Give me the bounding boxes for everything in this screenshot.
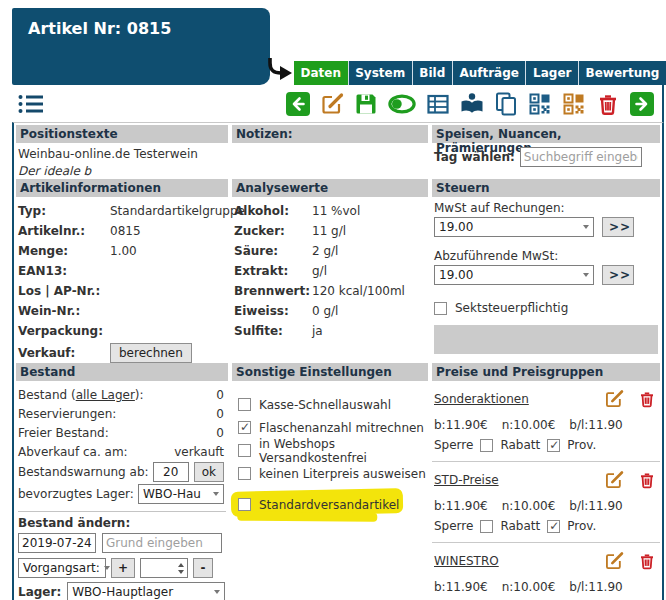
- back-button[interactable]: [286, 92, 310, 116]
- stepper-up-icon[interactable]: [178, 563, 184, 567]
- tab-bewertung[interactable]: Bewertung: [579, 61, 666, 85]
- abzufuehrende-apply-button[interactable]: >>: [602, 265, 634, 285]
- vorgangsart-select[interactable]: Vorgangsart:: [18, 558, 106, 578]
- ok-button[interactable]: ok: [194, 462, 224, 482]
- literpreis: b/l:11.90: [569, 580, 622, 594]
- mwst-rechnungen-select[interactable]: 19.00: [434, 217, 594, 237]
- table-button[interactable]: [426, 92, 450, 116]
- tab-lager[interactable]: Lager: [526, 61, 579, 85]
- plus-button[interactable]: +: [111, 558, 135, 578]
- delete-price-button[interactable]: [638, 552, 656, 570]
- qr-code-alt-button[interactable]: [562, 92, 586, 116]
- minus-button[interactable]: -: [193, 558, 213, 578]
- section-speisen-nuancen: Speisen, Nuancen, Prämierungen: [432, 125, 660, 143]
- page-title: Artikel Nr: 0815: [12, 8, 270, 38]
- standardversandartikel-checkbox[interactable]: [238, 498, 251, 511]
- edit-button[interactable]: [320, 92, 344, 116]
- curved-arrow-icon: [267, 57, 293, 81]
- netto-price: n:10.00€: [502, 499, 556, 513]
- section-analysewerte: Analysewerte: [232, 179, 428, 197]
- brutto-price: b:11.90€: [434, 499, 488, 513]
- bestand-row: Abverkauf ca. am:verkauft: [16, 442, 228, 461]
- delete-price-button[interactable]: [638, 390, 656, 408]
- copy-button[interactable]: [494, 92, 518, 116]
- analyse-row: Extrakt:g/l: [232, 261, 428, 281]
- checkbox-row: in Webshops Versandkostenfrei: [232, 439, 428, 462]
- bestandswarnung-input[interactable]: [153, 462, 189, 482]
- mwst-rechnungen-label: MwSt auf Rechungen:: [434, 201, 660, 215]
- toggle-button[interactable]: [388, 92, 416, 116]
- divider: [432, 542, 660, 543]
- rabatt-checkbox[interactable]: [547, 439, 560, 452]
- checkbox-row: Kasse-Schnellauswahl: [232, 393, 428, 416]
- analyse-row: Brennwert:120 kcal/100ml: [232, 281, 428, 301]
- stepper-down-icon[interactable]: [178, 570, 184, 574]
- section-positionstexte: Positionstexte: [16, 125, 228, 143]
- delete-button[interactable]: [596, 92, 620, 116]
- delete-price-button[interactable]: [638, 471, 656, 489]
- qr-code-button[interactable]: [528, 92, 552, 116]
- section-sonstige-einstellungen: Sonstige Einstellungen: [232, 363, 428, 381]
- brutto-price: b:11.90€: [434, 418, 488, 432]
- date-input[interactable]: [18, 533, 96, 553]
- bevorzugtes-lager-row: bevorzugtes Lager: WBO-Hau: [16, 483, 228, 505]
- rabatt-checkbox[interactable]: [547, 520, 560, 533]
- edit-price-button[interactable]: [604, 551, 624, 571]
- edit-price-button[interactable]: [604, 389, 624, 409]
- save-button[interactable]: [354, 92, 378, 116]
- tab-system[interactable]: System: [349, 61, 413, 85]
- grund-input[interactable]: [102, 533, 222, 553]
- info-row: EAN13:: [16, 261, 228, 281]
- info-row: Menge:1.00: [16, 241, 228, 261]
- article-detail-page: Artikel Nr: 0815 Daten System Bild Auftr…: [0, 0, 666, 600]
- section-notizen: Notizen:: [232, 125, 428, 143]
- qr-blue-icon: [528, 92, 552, 116]
- price-group-link[interactable]: WINESTRO: [434, 554, 499, 568]
- chevron-down-icon: [583, 225, 589, 229]
- tab-bar: Daten System Bild Aufträge Lager Bewertu…: [294, 61, 666, 85]
- section-bestand: Bestand: [16, 363, 228, 381]
- qr-orange-icon: [562, 92, 586, 116]
- trash-icon: [638, 552, 656, 570]
- bestand-aendern-title: Bestand ändern:: [18, 516, 228, 530]
- berechnen-button[interactable]: berechnen: [110, 343, 192, 363]
- netto-price: n:10.00€: [502, 580, 556, 594]
- flaschenanzahl-checkbox[interactable]: [238, 421, 251, 434]
- trash-icon: [638, 390, 656, 408]
- analyse-row: Zucker:11 g/l: [232, 221, 428, 241]
- list-icon[interactable]: [18, 92, 44, 116]
- info-row: Verpackung:: [16, 321, 228, 341]
- info-row: Los | AP-Nr.:: [16, 281, 228, 301]
- checkbox-row: keinen Literpreis ausweisen: [232, 462, 428, 485]
- forward-button[interactable]: [630, 92, 654, 116]
- reader-icon: [460, 92, 484, 116]
- tab-bild[interactable]: Bild: [413, 61, 453, 85]
- edit-price-button[interactable]: [604, 470, 624, 490]
- section-artikelinformationen: Artikelinformationen: [16, 179, 228, 197]
- tab-daten[interactable]: Daten: [294, 61, 349, 85]
- chevron-down-icon: [583, 273, 589, 277]
- sektsteuer-checkbox[interactable]: [434, 302, 447, 315]
- bevorzugtes-lager-select[interactable]: WBO-Hau: [138, 484, 224, 504]
- info-row: Wein-Nr.:: [16, 301, 228, 321]
- abzufuehrende-mwst-label: Abzuführende MwSt:: [434, 249, 660, 263]
- price-group-link[interactable]: STD-Preise: [434, 473, 499, 487]
- mwst-apply-button[interactable]: >>: [602, 217, 634, 237]
- abzufuehrende-mwst-select[interactable]: 19.00: [434, 265, 594, 285]
- tag-search-input[interactable]: [520, 147, 642, 167]
- quantity-stepper[interactable]: [140, 558, 188, 578]
- analyse-row: Alkohol:11 %vol: [232, 201, 428, 221]
- tab-auftraege[interactable]: Aufträge: [453, 61, 527, 85]
- lager-select[interactable]: WBO-Hauptlager: [67, 582, 225, 600]
- section-preise: Preise und Preisgruppen: [432, 363, 660, 381]
- price-group: STD-Preise b:11.90€n:10.00€b/l:11.90 Spe…: [432, 470, 660, 543]
- reader-button[interactable]: [460, 92, 484, 116]
- kasse-schnellauswahl-checkbox[interactable]: [238, 398, 251, 411]
- sperre-checkbox[interactable]: [480, 520, 493, 533]
- sperre-checkbox[interactable]: [480, 439, 493, 452]
- versandkostenfrei-checkbox[interactable]: [238, 444, 251, 457]
- literpreis-checkbox[interactable]: [238, 467, 251, 480]
- price-group-link[interactable]: Sonderaktionen: [434, 392, 529, 406]
- section-steuern: Steuern: [432, 179, 660, 197]
- alle-lager-link[interactable]: alle Lager: [76, 388, 135, 402]
